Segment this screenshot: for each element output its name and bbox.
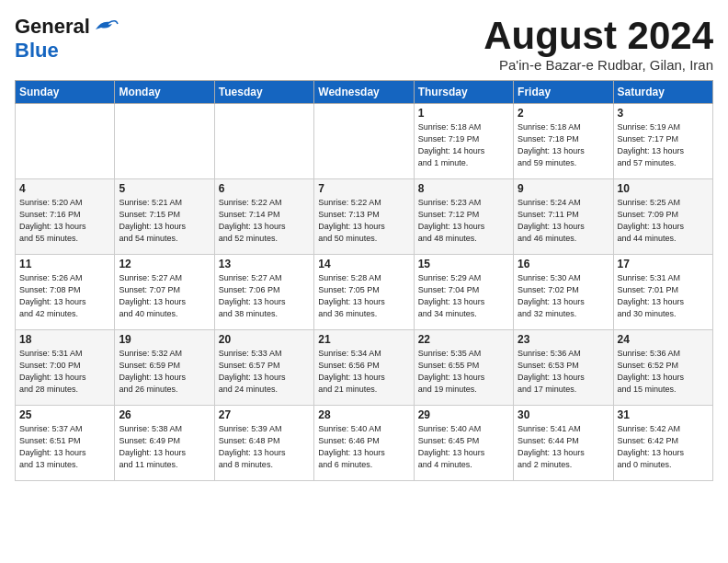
- day-info: Sunrise: 5:18 AM Sunset: 7:18 PM Dayligh…: [518, 121, 609, 169]
- calendar-cell: 27Sunrise: 5:39 AM Sunset: 6:48 PM Dayli…: [214, 406, 313, 481]
- weekday-header-thursday: Thursday: [414, 81, 513, 104]
- day-number: 16: [518, 258, 609, 270]
- location-subtitle: Pa'in-e Bazar-e Rudbar, Gilan, Iran: [483, 57, 713, 73]
- calendar-cell: 24Sunrise: 5:36 AM Sunset: 6:52 PM Dayli…: [613, 330, 712, 406]
- day-info: Sunrise: 5:38 AM Sunset: 6:49 PM Dayligh…: [119, 423, 210, 471]
- calendar-cell: 8Sunrise: 5:23 AM Sunset: 7:12 PM Daylig…: [414, 179, 513, 255]
- day-number: 30: [518, 408, 609, 421]
- weekday-header-saturday: Saturday: [613, 81, 712, 104]
- day-number: 1: [418, 107, 509, 120]
- weekday-header-row: SundayMondayTuesdayWednesdayThursdayFrid…: [16, 81, 713, 104]
- day-info: Sunrise: 5:22 AM Sunset: 7:14 PM Dayligh…: [219, 197, 310, 245]
- day-info: Sunrise: 5:42 AM Sunset: 6:42 PM Dayligh…: [618, 423, 709, 471]
- calendar-cell: 1Sunrise: 5:18 AM Sunset: 7:19 PM Daylig…: [414, 104, 513, 179]
- calendar-cell: 15Sunrise: 5:29 AM Sunset: 7:04 PM Dayli…: [414, 255, 513, 330]
- day-info: Sunrise: 5:36 AM Sunset: 6:53 PM Dayligh…: [518, 348, 609, 396]
- day-info: Sunrise: 5:33 AM Sunset: 6:57 PM Dayligh…: [219, 348, 310, 396]
- page-header: General Blue August 2024 Pa'in-e Bazar-e…: [15, 15, 713, 73]
- calendar-cell: 28Sunrise: 5:40 AM Sunset: 6:46 PM Dayli…: [314, 406, 414, 481]
- day-info: Sunrise: 5:36 AM Sunset: 6:52 PM Dayligh…: [618, 348, 709, 396]
- calendar-cell: 11Sunrise: 5:26 AM Sunset: 7:08 PM Dayli…: [16, 255, 115, 330]
- title-block: August 2024 Pa'in-e Bazar-e Rudbar, Gila…: [483, 15, 713, 73]
- day-number: 11: [19, 258, 110, 270]
- calendar-cell: 2Sunrise: 5:18 AM Sunset: 7:18 PM Daylig…: [514, 104, 613, 179]
- calendar-cell: 13Sunrise: 5:27 AM Sunset: 7:06 PM Dayli…: [214, 255, 313, 330]
- calendar-cell: 16Sunrise: 5:30 AM Sunset: 7:02 PM Dayli…: [514, 255, 613, 330]
- day-number: 20: [219, 333, 310, 346]
- day-number: 23: [518, 333, 609, 346]
- day-number: 28: [318, 408, 409, 421]
- calendar-cell: 9Sunrise: 5:24 AM Sunset: 7:11 PM Daylig…: [514, 179, 613, 255]
- calendar-cell: [115, 104, 214, 179]
- day-number: 10: [618, 182, 709, 195]
- calendar-table: SundayMondayTuesdayWednesdayThursdayFrid…: [15, 80, 713, 481]
- calendar-week-5: 25Sunrise: 5:37 AM Sunset: 6:51 PM Dayli…: [16, 406, 713, 481]
- day-info: Sunrise: 5:31 AM Sunset: 7:01 PM Dayligh…: [618, 272, 709, 320]
- day-info: Sunrise: 5:27 AM Sunset: 7:07 PM Dayligh…: [119, 272, 210, 320]
- day-info: Sunrise: 5:32 AM Sunset: 6:59 PM Dayligh…: [119, 348, 210, 396]
- day-info: Sunrise: 5:30 AM Sunset: 7:02 PM Dayligh…: [518, 272, 609, 320]
- day-number: 5: [119, 182, 210, 195]
- day-number: 3: [618, 107, 709, 120]
- day-number: 21: [318, 333, 409, 346]
- calendar-cell: 20Sunrise: 5:33 AM Sunset: 6:57 PM Dayli…: [214, 330, 313, 406]
- day-number: 8: [418, 182, 509, 195]
- calendar-cell: 31Sunrise: 5:42 AM Sunset: 6:42 PM Dayli…: [613, 406, 712, 481]
- day-number: 31: [618, 408, 709, 421]
- calendar-cell: 14Sunrise: 5:28 AM Sunset: 7:05 PM Dayli…: [314, 255, 414, 330]
- weekday-header-sunday: Sunday: [16, 81, 115, 104]
- day-info: Sunrise: 5:21 AM Sunset: 7:15 PM Dayligh…: [119, 197, 210, 245]
- day-number: 29: [418, 408, 509, 421]
- day-number: 2: [518, 107, 609, 120]
- day-number: 13: [219, 258, 310, 270]
- calendar-cell: 25Sunrise: 5:37 AM Sunset: 6:51 PM Dayli…: [16, 406, 115, 481]
- day-number: 27: [219, 408, 310, 421]
- day-info: Sunrise: 5:22 AM Sunset: 7:13 PM Dayligh…: [318, 197, 409, 245]
- day-info: Sunrise: 5:37 AM Sunset: 6:51 PM Dayligh…: [19, 423, 110, 471]
- logo-blue: Blue: [15, 39, 59, 63]
- calendar-week-3: 11Sunrise: 5:26 AM Sunset: 7:08 PM Dayli…: [16, 255, 713, 330]
- day-info: Sunrise: 5:35 AM Sunset: 6:55 PM Dayligh…: [418, 348, 509, 396]
- calendar-cell: 19Sunrise: 5:32 AM Sunset: 6:59 PM Dayli…: [115, 330, 214, 406]
- day-number: 26: [119, 408, 210, 421]
- day-number: 25: [19, 408, 110, 421]
- day-info: Sunrise: 5:20 AM Sunset: 7:16 PM Dayligh…: [19, 197, 110, 245]
- day-number: 22: [418, 333, 509, 346]
- calendar-cell: 4Sunrise: 5:20 AM Sunset: 7:16 PM Daylig…: [16, 179, 115, 255]
- day-number: 17: [618, 258, 709, 270]
- day-number: 24: [618, 333, 709, 346]
- calendar-cell: 23Sunrise: 5:36 AM Sunset: 6:53 PM Dayli…: [514, 330, 613, 406]
- day-number: 7: [318, 182, 409, 195]
- calendar-week-1: 1Sunrise: 5:18 AM Sunset: 7:19 PM Daylig…: [16, 104, 713, 179]
- calendar-cell: 6Sunrise: 5:22 AM Sunset: 7:14 PM Daylig…: [214, 179, 313, 255]
- weekday-header-tuesday: Tuesday: [214, 81, 313, 104]
- day-info: Sunrise: 5:25 AM Sunset: 7:09 PM Dayligh…: [618, 197, 709, 245]
- day-info: Sunrise: 5:23 AM Sunset: 7:12 PM Dayligh…: [418, 197, 509, 245]
- calendar-cell: 3Sunrise: 5:19 AM Sunset: 7:17 PM Daylig…: [613, 104, 712, 179]
- calendar-cell: 17Sunrise: 5:31 AM Sunset: 7:01 PM Dayli…: [613, 255, 712, 330]
- day-number: 15: [418, 258, 509, 270]
- day-number: 4: [19, 182, 110, 195]
- calendar-cell: [16, 104, 115, 179]
- day-info: Sunrise: 5:41 AM Sunset: 6:44 PM Dayligh…: [518, 423, 609, 471]
- day-number: 12: [119, 258, 210, 270]
- day-info: Sunrise: 5:28 AM Sunset: 7:05 PM Dayligh…: [318, 272, 409, 320]
- day-number: 19: [119, 333, 210, 346]
- day-info: Sunrise: 5:18 AM Sunset: 7:19 PM Dayligh…: [418, 121, 509, 169]
- calendar-cell: [314, 104, 414, 179]
- day-info: Sunrise: 5:34 AM Sunset: 6:56 PM Dayligh…: [318, 348, 409, 396]
- day-info: Sunrise: 5:39 AM Sunset: 6:48 PM Dayligh…: [219, 423, 310, 471]
- day-info: Sunrise: 5:19 AM Sunset: 7:17 PM Dayligh…: [618, 121, 709, 169]
- calendar-cell: 5Sunrise: 5:21 AM Sunset: 7:15 PM Daylig…: [115, 179, 214, 255]
- calendar-cell: 10Sunrise: 5:25 AM Sunset: 7:09 PM Dayli…: [613, 179, 712, 255]
- day-info: Sunrise: 5:40 AM Sunset: 6:46 PM Dayligh…: [318, 423, 409, 471]
- calendar-cell: 26Sunrise: 5:38 AM Sunset: 6:49 PM Dayli…: [115, 406, 214, 481]
- month-title: August 2024: [483, 15, 713, 57]
- weekday-header-monday: Monday: [115, 81, 214, 104]
- day-number: 6: [219, 182, 310, 195]
- calendar-cell: 29Sunrise: 5:40 AM Sunset: 6:45 PM Dayli…: [414, 406, 513, 481]
- day-info: Sunrise: 5:26 AM Sunset: 7:08 PM Dayligh…: [19, 272, 110, 320]
- day-info: Sunrise: 5:40 AM Sunset: 6:45 PM Dayligh…: [418, 423, 509, 471]
- calendar-cell: [214, 104, 313, 179]
- calendar-cell: 22Sunrise: 5:35 AM Sunset: 6:55 PM Dayli…: [414, 330, 513, 406]
